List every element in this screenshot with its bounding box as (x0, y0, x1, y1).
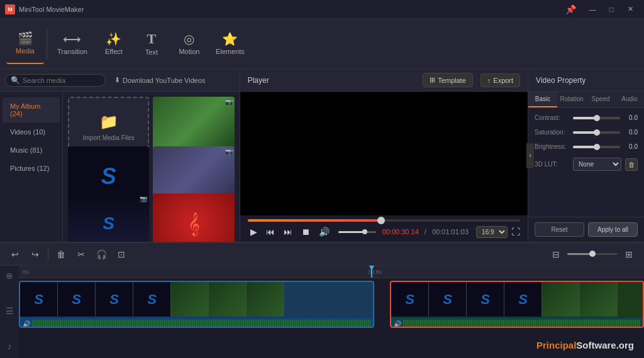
current-time: 00:00:30.14 (382, 228, 419, 236)
stop-button[interactable]: ⏹ (299, 225, 313, 238)
search-box[interactable]: 🔍 (5, 74, 106, 87)
toolbar-text[interactable]: T Text (133, 24, 170, 64)
clip-thumbnails-left: S S S S (20, 282, 373, 317)
close-button[interactable]: ✕ (621, 3, 639, 16)
player-title: Player (248, 76, 415, 85)
lut-delete-button[interactable]: 🗑 (625, 158, 638, 171)
maximize-button[interactable]: □ (602, 3, 620, 16)
clip-left[interactable]: S S S S 🔊 ⇌ (19, 281, 374, 328)
timeline-content: ⊕ ☰ ♪ 0s 30.6s (0, 266, 644, 358)
category-pictures[interactable]: Pictures (12) (3, 160, 60, 177)
category-music[interactable]: Music (81) (3, 141, 60, 159)
progress-fill (248, 219, 381, 222)
volume-bar[interactable] (338, 231, 376, 233)
media-content: My Album (24) Videos (10) Music (81) Pic… (0, 92, 240, 242)
progress-thumb (377, 217, 385, 224)
music-track-icon[interactable]: ♪ (8, 341, 12, 351)
music-icon: 𝄞 (188, 212, 200, 236)
titlebar: M MiniTool MovieMaker 📌 — □ ✕ (0, 0, 644, 19)
zoom-controls: ⊟ ⊞ (547, 246, 638, 263)
media-item-music[interactable]: 𝄞 (153, 193, 234, 242)
music-track (19, 330, 644, 349)
contrast-thumb (594, 115, 600, 121)
clip-thumb-5 (171, 282, 209, 317)
toolbar-motion[interactable]: ◎ Motion (170, 24, 208, 64)
timeline-toolbar: ↩ ↪ 🗑 ✂ 🎧 ⊡ ⊟ ⊞ (0, 243, 644, 266)
next-frame-button[interactable]: ⏭ (281, 225, 295, 238)
add-track-icon[interactable]: ⊕ (6, 271, 13, 281)
clip-audio-left: 🔊 (20, 318, 373, 328)
tab-speed[interactable]: Speed (586, 92, 615, 107)
clip-thumb-3: S (96, 282, 133, 317)
template-button[interactable]: ⊞ Template (423, 73, 473, 87)
search-input[interactable] (23, 77, 100, 84)
effect-icon: ✨ (106, 33, 121, 45)
track-icon[interactable]: ☰ (6, 306, 14, 316)
collapse-arrow[interactable]: › (526, 143, 534, 168)
zoom-slider[interactable] (567, 253, 618, 255)
lut-label: 3D LUT: (535, 161, 569, 168)
app-title: MiniTool MovieMaker (19, 6, 565, 13)
clip-thumb-r4: S (504, 282, 542, 317)
export-button[interactable]: ↑ Export (480, 73, 520, 87)
toolbar-elements[interactable]: ⭐ Elements (208, 24, 252, 64)
cut-button[interactable]: ✂ (72, 246, 90, 263)
toolbar-motion-label: Motion (179, 48, 199, 55)
zoom-in-button[interactable]: ⊞ (620, 246, 638, 263)
clip-right[interactable]: S S S S 🔊 (390, 281, 644, 328)
time-separator: / (423, 228, 428, 236)
lut-select[interactable]: None (573, 158, 621, 171)
clip-thumb-r6 (580, 282, 618, 317)
toolbar-effect[interactable]: ✨ Effect (95, 24, 133, 64)
media-item-s-logo-2[interactable]: S 00:27 📷 (68, 193, 149, 242)
export-label: Export (493, 77, 513, 84)
saturation-slider[interactable] (573, 131, 620, 134)
camera-icon-2: 📷 (225, 148, 233, 155)
player-progress[interactable] (240, 215, 528, 223)
tl-divider-1 (48, 248, 48, 261)
fullscreen-button[interactable]: ⛶ (511, 227, 520, 237)
toolbar-divider-1 (47, 28, 47, 60)
volume-area[interactable] (338, 231, 376, 233)
reset-button[interactable]: Reset (535, 222, 584, 237)
player-controls: ▶ ⏮ ⏭ ⏹ 🔊 00:00:30.14 / 00:01:01:03 16:9 (240, 223, 528, 242)
aspect-ratio-select[interactable]: 16:9 4:3 1:1 (476, 226, 508, 238)
category-my-album[interactable]: My Album (24) (3, 97, 60, 122)
player-header: Player ⊞ Template ↑ Export (240, 69, 528, 92)
crop-button[interactable]: ⊡ (113, 246, 130, 263)
video-track: S S S S 🔊 ⇌ (19, 281, 644, 328)
video-property-title: Video Property (528, 69, 644, 92)
prev-frame-button[interactable]: ⏮ (264, 225, 277, 238)
redo-button[interactable]: ↪ (26, 246, 44, 263)
bottom-area: ↩ ↪ 🗑 ✂ 🎧 ⊡ ⊟ ⊞ ⊕ ☰ ♪ (0, 242, 644, 358)
tab-rotation[interactable]: Rotation (557, 92, 586, 107)
download-youtube-button[interactable]: ⬇ Download YouTube Videos (111, 74, 209, 86)
elements-icon: ⭐ (222, 33, 238, 45)
tab-audio[interactable]: Audio (615, 92, 644, 107)
zoom-out-button[interactable]: ⊟ (547, 246, 565, 263)
play-button[interactable]: ▶ (248, 225, 260, 238)
contrast-label: Contrast: (535, 114, 569, 121)
volume-icon[interactable]: 🔊 (316, 225, 332, 238)
toolbar-media[interactable]: 🎬 Media (6, 24, 44, 64)
brightness-slider[interactable] (573, 146, 620, 148)
toolbar-transition[interactable]: ⟷ Transition (50, 24, 95, 64)
clip-thumb-r2: S (429, 282, 467, 317)
tab-basic[interactable]: Basic (528, 92, 557, 107)
main-container: 🎬 Media ⟷ Transition ✨ Effect T Text ◎ M… (0, 19, 644, 358)
audio-button[interactable]: 🎧 (92, 246, 110, 263)
minimize-button[interactable]: — (584, 3, 601, 16)
media-icon: 🎬 (18, 32, 33, 45)
template-icon: ⊞ (430, 76, 435, 84)
apply-all-button[interactable]: Apply to all (588, 222, 638, 237)
undo-button[interactable]: ↩ (6, 246, 24, 263)
clip-thumb-1: S (20, 282, 58, 317)
toolbar-effect-label: Effect (105, 48, 123, 55)
category-videos[interactable]: Videos (10) (3, 123, 60, 141)
progress-bar[interactable] (248, 219, 520, 222)
delete-button[interactable]: 🗑 (52, 246, 70, 263)
export-icon: ↑ (487, 77, 491, 84)
playhead[interactable] (371, 266, 372, 278)
contrast-slider[interactable] (573, 117, 620, 119)
contrast-value: 0.0 (624, 114, 638, 121)
